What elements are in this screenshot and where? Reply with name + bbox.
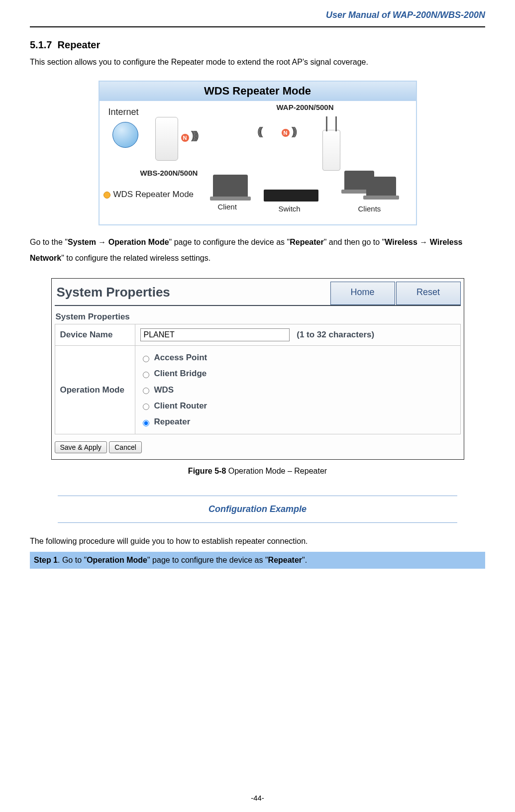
label-internet: Internet (108, 107, 139, 117)
nav-repeater: Repeater (290, 238, 323, 246)
configuration-example-heading: Configuration Example (30, 496, 485, 522)
following-text: The following procedure will guide you t… (30, 537, 485, 546)
label-clients: Clients (358, 204, 381, 213)
nav-system: System (68, 238, 98, 246)
wbs-device-icon (155, 117, 178, 161)
wap-device-icon (322, 130, 340, 171)
mode-repeater-radio[interactable] (143, 420, 149, 426)
label-wap: WAP-200N/500N (277, 103, 334, 111)
arrow-right-icon: → (98, 238, 106, 246)
laptop-icon (366, 177, 396, 196)
switch-icon (264, 190, 318, 202)
label-switch: Switch (279, 204, 301, 213)
mode-client-bridge-radio[interactable] (143, 372, 149, 378)
diagram-body: Internet N ))))) WBS-200N/500N WDS Repea… (100, 101, 416, 224)
nav-instruction: Go to the "System → Operation Mode" page… (30, 234, 485, 266)
section-heading: 5.1.7 Repeater (30, 39, 485, 51)
home-button[interactable]: Home (330, 282, 395, 305)
section-number: 5.1.7 (30, 39, 52, 50)
t: " and then go to " (324, 238, 385, 246)
label-mode-text: WDS Repeater Mode (113, 190, 194, 199)
header-rule (30, 26, 485, 27)
mode-client-bridge-label: Client Bridge (154, 369, 207, 378)
operation-mode-label: Operation Mode (55, 346, 135, 434)
figure-text: Operation Mode – Repeater (226, 467, 327, 475)
signal-waves-left-icon: ))) (260, 125, 263, 138)
device-name-input[interactable] (140, 328, 290, 341)
system-properties-screenshot: System Properties Home Reset System Prop… (51, 278, 464, 460)
doc-header: User Manual of WAP-200N/WBS-200N (30, 10, 485, 22)
label-client: Client (218, 203, 237, 211)
section-subtitle: System Properties (55, 308, 461, 324)
section-title: Repeater (58, 39, 101, 50)
mode-client-router-label: Client Router (154, 401, 207, 410)
cancel-button[interactable]: Cancel (109, 441, 142, 453)
arrow-right-icon: → (419, 238, 427, 246)
t: . Go to " (58, 556, 87, 564)
figure-caption: Figure 5-8 Operation Mode – Repeater (30, 467, 485, 476)
properties-table: Device Name (1 to 32 characters) Operati… (55, 324, 461, 434)
device-name-label: Device Name (55, 324, 135, 346)
page-number: -44- (0, 794, 515, 802)
table-row: Operation Mode Access Point Client Bridg… (55, 346, 460, 434)
step-repeater: Repeater (268, 556, 302, 564)
mode-repeater-label: Repeater (154, 417, 191, 426)
laptop-icon (213, 175, 248, 197)
globe-icon (112, 122, 138, 148)
t: Go to the " (30, 238, 68, 246)
label-wbs: WBS-200N/500N (140, 169, 198, 177)
label-mode: WDS Repeater Mode (103, 190, 194, 200)
t: " page to configure the device as " (147, 556, 268, 564)
mode-access-point-label: Access Point (154, 353, 207, 362)
step-opmode: Operation Mode (87, 556, 147, 564)
mode-dot-icon (103, 192, 110, 199)
step-label: Step 1 (34, 556, 58, 564)
mode-access-point-radio[interactable] (143, 356, 149, 362)
t: " to configure the related wireless sett… (61, 254, 210, 262)
n-badge-icon: N (181, 134, 189, 142)
reset-button[interactable]: Reset (396, 282, 461, 305)
nav-opmode: Operation Mode (106, 238, 169, 246)
figure-number: Figure 5-8 (188, 467, 226, 475)
mode-client-router-radio[interactable] (143, 404, 149, 410)
step-1-bar: Step 1. Go to "Operation Mode" page to c… (30, 552, 485, 569)
device-name-hint: (1 to 32 characters) (297, 330, 374, 339)
intro-text: This section allows you to configure the… (30, 58, 485, 67)
mode-wds-label: WDS (154, 385, 174, 395)
wds-diagram: WDS Repeater Mode Internet N ))))) WBS-2… (99, 81, 417, 225)
diagram-title: WDS Repeater Mode (100, 82, 416, 101)
signal-waves-icon: ))))) (191, 129, 197, 142)
operation-mode-options: Access Point Client Bridge WDS Client Ro… (140, 350, 455, 430)
separator-line (58, 522, 457, 523)
table-row: Device Name (1 to 32 characters) (55, 324, 460, 346)
antenna-icon (326, 116, 327, 131)
antenna-icon (335, 116, 337, 131)
page-title: System Properties (55, 282, 329, 305)
signal-waves-right-icon: ))) (292, 125, 295, 138)
save-apply-button[interactable]: Save & Apply (55, 441, 107, 453)
nav-wireless: Wireless (385, 238, 419, 246)
mode-wds-radio[interactable] (143, 388, 149, 394)
n-badge-icon-2: N (282, 129, 290, 137)
t: " page to configure the device as " (169, 238, 290, 246)
t: ". (302, 556, 307, 564)
